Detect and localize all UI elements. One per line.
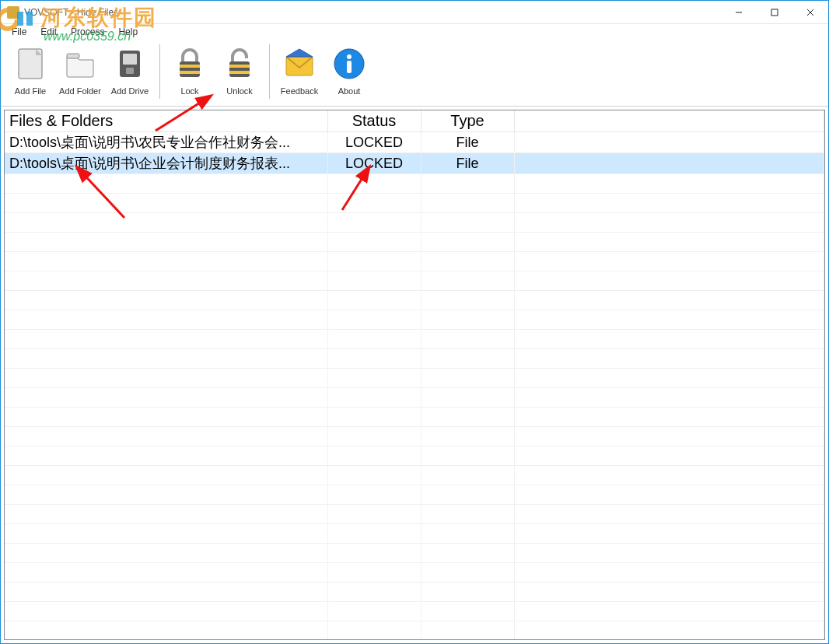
about-label: About	[338, 86, 361, 96]
svg-rect-12	[180, 65, 200, 68]
empty-row: .	[5, 446, 824, 466]
svg-rect-9	[126, 68, 134, 74]
empty-row: .	[5, 310, 824, 330]
empty-row: .	[5, 194, 824, 213]
add-file-button[interactable]: Add File	[5, 41, 55, 103]
cell-type: File	[421, 153, 514, 174]
empty-row: .	[5, 369, 824, 388]
window-controls	[721, 1, 828, 23]
menubar: File Edit Process Help	[1, 24, 828, 40]
empty-row: .	[5, 349, 824, 369]
file-list-panel: Files & Folders Status Type D:\tools\桌面\…	[4, 110, 825, 640]
toolbar-separator	[159, 44, 160, 99]
empty-row: .	[5, 388, 824, 408]
svg-rect-16	[229, 71, 250, 74]
unlock-label: Unlock	[226, 86, 253, 96]
add-file-label: Add File	[15, 86, 46, 96]
empty-row: .	[5, 621, 824, 641]
maximize-button[interactable]	[757, 1, 792, 23]
svg-marker-18	[286, 49, 313, 57]
toolbar: Add File Add Folder Add Drive	[1, 40, 828, 107]
cell-path: D:\tools\桌面\说明书\企业会计制度财务报表...	[5, 153, 327, 174]
table-header-row: Files & Folders Status Type	[5, 110, 824, 132]
maximize-icon	[771, 9, 778, 16]
svg-point-21	[347, 54, 352, 59]
svg-rect-1	[771, 9, 778, 16]
lock-icon	[169, 43, 211, 85]
minimize-icon	[735, 9, 743, 16]
empty-row: .	[5, 466, 824, 485]
close-button[interactable]	[792, 1, 828, 23]
info-icon	[328, 43, 370, 85]
drive-icon	[109, 43, 151, 85]
empty-row: .	[5, 271, 824, 291]
minimize-button[interactable]	[721, 1, 757, 23]
empty-row: .	[5, 233, 824, 252]
toolbar-separator	[269, 44, 270, 99]
window-title: VOVSOFT - Hide Files	[24, 7, 118, 18]
svg-rect-14	[229, 61, 250, 77]
file-table[interactable]: Files & Folders Status Type D:\tools\桌面\…	[5, 110, 824, 640]
svg-rect-13	[180, 71, 200, 74]
lock-label: Lock	[180, 86, 198, 96]
empty-row: .	[5, 602, 824, 621]
unlock-button[interactable]: Unlock	[215, 41, 264, 103]
app-icon	[7, 6, 19, 19]
close-icon	[806, 9, 814, 16]
menu-help[interactable]: Help	[112, 25, 144, 39]
cell-spacer	[514, 153, 824, 174]
unlock-icon	[219, 43, 261, 85]
empty-row: .	[5, 174, 824, 194]
svg-rect-15	[229, 65, 250, 68]
empty-row: .	[5, 505, 824, 524]
about-button[interactable]: About	[324, 41, 374, 103]
empty-row: .	[5, 563, 824, 583]
cell-status: LOCKED	[327, 132, 421, 153]
svg-rect-22	[347, 61, 352, 73]
header-path[interactable]: Files & Folders	[5, 110, 327, 132]
add-drive-button[interactable]: Add Drive	[105, 41, 155, 103]
cell-spacer	[514, 132, 824, 153]
table-row[interactable]: D:\tools\桌面\说明书\农民专业合作社财务会...LOCKEDFile	[5, 132, 824, 153]
empty-row: .	[5, 427, 824, 446]
empty-row: .	[5, 583, 824, 602]
feedback-label: Feedback	[281, 86, 318, 96]
header-type[interactable]: Type	[421, 110, 514, 132]
file-icon	[9, 43, 51, 85]
header-status[interactable]: Status	[327, 110, 421, 132]
envelope-icon	[278, 43, 320, 85]
menu-file[interactable]: File	[5, 25, 33, 39]
empty-row: .	[5, 524, 824, 544]
empty-row: .	[5, 291, 824, 310]
empty-row: .	[5, 408, 824, 427]
add-drive-label: Add Drive	[111, 86, 149, 96]
add-folder-label: Add Folder	[59, 86, 101, 96]
empty-row: .	[5, 330, 824, 349]
svg-rect-6	[67, 54, 79, 58]
svg-rect-10	[180, 61, 200, 77]
menu-process[interactable]: Process	[65, 25, 110, 39]
add-folder-button[interactable]: Add Folder	[55, 41, 105, 103]
empty-row: .	[5, 252, 824, 271]
cell-type: File	[421, 132, 514, 153]
empty-row: .	[5, 485, 824, 505]
table-row[interactable]: D:\tools\桌面\说明书\企业会计制度财务报表...LOCKEDFile	[5, 153, 824, 174]
empty-row: .	[5, 213, 824, 233]
header-spacer	[514, 110, 824, 132]
cell-status: LOCKED	[327, 153, 421, 174]
folder-icon	[59, 43, 101, 85]
cell-path: D:\tools\桌面\说明书\农民专业合作社财务会...	[5, 132, 327, 153]
menu-edit[interactable]: Edit	[34, 25, 63, 39]
empty-row: .	[5, 544, 824, 563]
titlebar: VOVSOFT - Hide Files	[1, 1, 828, 24]
svg-rect-8	[123, 54, 137, 65]
feedback-button[interactable]: Feedback	[275, 41, 324, 103]
lock-button[interactable]: Lock	[165, 41, 215, 103]
